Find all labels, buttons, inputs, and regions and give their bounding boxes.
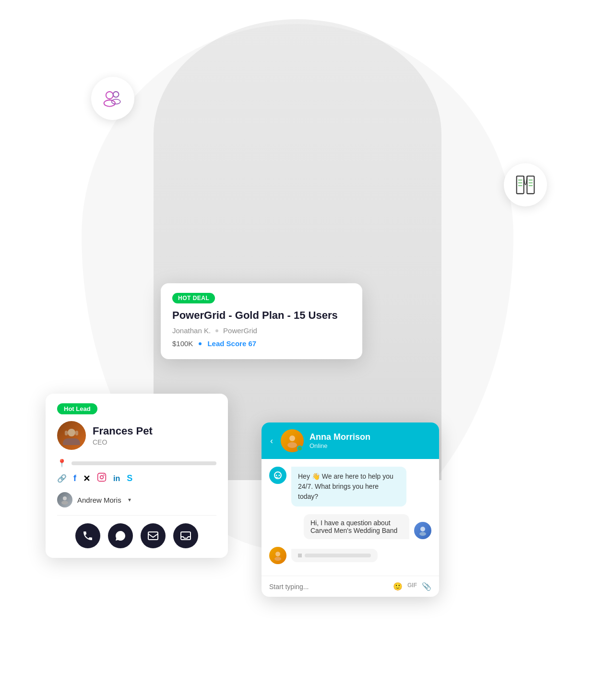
deal-contact: Jonathan K.: [172, 326, 211, 335]
bot-message: Hey 👋 We are here to help you 24/7. What…: [269, 467, 431, 507]
svg-point-12: [68, 429, 75, 436]
svg-point-30: [275, 552, 280, 556]
svg-point-18: [103, 474, 105, 476]
svg-rect-5: [527, 176, 534, 194]
book-icon-container: [504, 163, 547, 206]
deal-financials: $100K Lead Score 67: [172, 339, 351, 348]
assigned-row: Andrew Moris ▾: [57, 492, 216, 507]
chat-back-button[interactable]: ‹: [270, 436, 273, 446]
deal-meta-dot: [215, 329, 218, 332]
bot-avatar: [269, 467, 286, 484]
assigned-name: Andrew Moris: [77, 496, 121, 504]
svg-point-2: [113, 92, 119, 97]
bot-message-text: Hey 👋 We are here to help you 24/7. What…: [291, 467, 406, 507]
svg-point-29: [419, 532, 426, 536]
user-message-text: Hi, I have a question about Carved Men's…: [304, 514, 409, 539]
email-button[interactable]: [141, 523, 166, 548]
gif-button[interactable]: GIF: [407, 582, 417, 591]
typing-avatar: [269, 547, 286, 564]
svg-point-17: [100, 476, 104, 479]
user-avatar: [414, 522, 431, 539]
svg-point-3: [112, 99, 120, 104]
social-row: 🔗 f ✕ in S: [57, 472, 216, 484]
svg-point-19: [63, 496, 67, 500]
deal-company: PowerGrid: [223, 326, 257, 335]
chat-input[interactable]: [269, 583, 388, 591]
chat-avatar: [281, 429, 304, 452]
chat-button[interactable]: [108, 523, 133, 548]
inbox-button[interactable]: [173, 523, 198, 548]
deal-lead-score: Lead Score 67: [207, 339, 256, 348]
deal-amount: $100K: [172, 339, 193, 348]
assigned-avatar: [57, 492, 72, 507]
svg-point-31: [274, 557, 281, 561]
online-indicator: [297, 446, 303, 451]
lead-score-dot: [199, 342, 202, 345]
svg-point-23: [289, 435, 295, 441]
card-divider: [57, 515, 216, 516]
facebook-icon[interactable]: f: [73, 473, 76, 483]
deal-meta: Jonathan K. PowerGrid: [172, 326, 351, 335]
action-buttons: [57, 523, 216, 548]
deal-title: PowerGrid - Gold Plan - 15 Users: [172, 309, 351, 322]
users-icon-container: [91, 77, 134, 120]
chat-header-info: Anna Morrison Online: [309, 432, 430, 449]
svg-point-0: [106, 92, 113, 99]
users-icon: [101, 86, 125, 110]
location-row: 📍: [57, 459, 216, 468]
dropdown-arrow[interactable]: ▾: [128, 496, 131, 503]
contact-name: Frances Pet: [93, 425, 153, 437]
contact-avatar: [57, 421, 86, 450]
twitter-x-icon[interactable]: ✕: [83, 473, 90, 484]
attachment-icon[interactable]: 📎: [422, 582, 431, 591]
svg-rect-21: [148, 532, 158, 540]
emoji-icon[interactable]: 🙂: [393, 582, 403, 591]
contact-title: CEO: [93, 438, 153, 446]
svg-rect-13: [63, 438, 80, 445]
deal-card: HOT DEAL PowerGrid - Gold Plan - 15 User…: [161, 283, 362, 359]
hot-deal-badge: HOT DEAL: [172, 293, 215, 303]
svg-point-24: [287, 442, 297, 448]
contact-card: Hot Lead Frances Pet CEO 📍 🔗 f ✕: [46, 394, 228, 558]
chat-contact-status: Online: [309, 442, 430, 449]
location-icon: 📍: [57, 459, 67, 468]
typing-indicator: [269, 547, 431, 564]
user-message: Hi, I have a question about Carved Men's…: [269, 514, 431, 539]
chat-input-area[interactable]: 🙂 GIF 📎: [262, 576, 439, 597]
link-icon: 🔗: [57, 474, 67, 483]
instagram-icon[interactable]: [97, 472, 107, 484]
typing-bubble: [291, 549, 378, 562]
phone-button[interactable]: [75, 523, 100, 548]
svg-rect-4: [517, 176, 524, 194]
chat-input-icons: 🙂 GIF 📎: [393, 582, 431, 591]
chat-body: Hey 👋 We are here to help you 24/7. What…: [262, 459, 439, 576]
linkedin-icon[interactable]: in: [113, 474, 120, 483]
location-line: [71, 461, 216, 465]
svg-point-27: [279, 475, 280, 476]
skype-icon[interactable]: S: [127, 473, 132, 483]
contact-name-area: Frances Pet CEO: [93, 425, 153, 446]
svg-point-26: [276, 475, 277, 476]
svg-rect-14: [65, 431, 68, 435]
hot-lead-badge: Hot Lead: [57, 403, 97, 414]
svg-point-20: [61, 501, 68, 505]
svg-rect-15: [75, 431, 78, 435]
svg-rect-16: [98, 473, 106, 482]
chat-contact-name: Anna Morrison: [309, 432, 430, 442]
chat-widget: ‹ Anna Morrison Online Hey 👋: [262, 422, 439, 597]
book-icon: [513, 173, 537, 197]
chat-header: ‹ Anna Morrison Online: [262, 422, 439, 459]
contact-info: Frances Pet CEO: [57, 421, 216, 450]
svg-point-28: [420, 527, 425, 531]
